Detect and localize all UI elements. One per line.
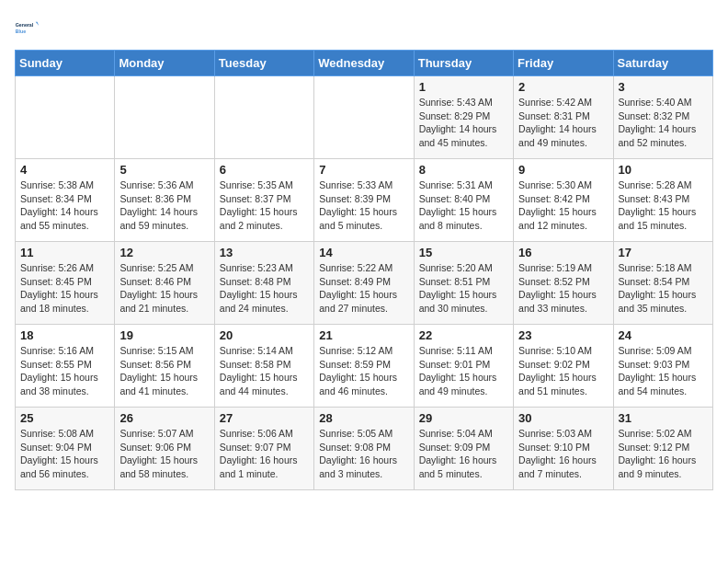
day-info: Sunrise: 5:40 AM Sunset: 8:32 PM Dayligh…	[619, 96, 708, 150]
weekday-header-sunday: Sunday	[16, 51, 115, 76]
day-info: Sunrise: 5:16 AM Sunset: 8:55 PM Dayligh…	[20, 344, 109, 398]
calendar-cell: 22Sunrise: 5:11 AM Sunset: 9:01 PM Dayli…	[414, 325, 513, 408]
calendar-cell: 21Sunrise: 5:12 AM Sunset: 8:59 PM Dayli…	[314, 325, 414, 408]
calendar-cell: 12Sunrise: 5:25 AM Sunset: 8:46 PM Dayli…	[115, 242, 214, 325]
day-info: Sunrise: 5:31 AM Sunset: 8:40 PM Dayligh…	[419, 178, 508, 233]
calendar-cell: 3Sunrise: 5:40 AM Sunset: 8:32 PM Daylig…	[613, 76, 712, 159]
svg-text:Blue: Blue	[16, 29, 26, 34]
day-info: Sunrise: 5:38 AM Sunset: 8:34 PM Dayligh…	[20, 178, 109, 233]
day-number: 27	[220, 411, 309, 425]
weekday-header-friday: Friday	[514, 51, 613, 76]
day-number: 26	[119, 411, 209, 425]
day-info: Sunrise: 5:08 AM Sunset: 9:04 PM Dayligh…	[20, 427, 109, 481]
day-number: 24	[619, 328, 708, 342]
day-number: 17	[619, 246, 708, 259]
calendar-cell: 30Sunrise: 5:03 AM Sunset: 9:10 PM Dayli…	[514, 408, 613, 490]
day-number: 23	[518, 328, 608, 342]
day-number: 6	[220, 163, 309, 177]
day-number: 5	[119, 163, 209, 177]
calendar-cell	[115, 76, 214, 159]
calendar-cell: 17Sunrise: 5:18 AM Sunset: 8:54 PM Dayli…	[613, 242, 712, 325]
weekday-header-tuesday: Tuesday	[214, 51, 313, 76]
day-info: Sunrise: 5:33 AM Sunset: 8:39 PM Dayligh…	[319, 178, 408, 233]
day-info: Sunrise: 5:36 AM Sunset: 8:36 PM Dayligh…	[119, 178, 209, 233]
day-info: Sunrise: 5:25 AM Sunset: 8:46 PM Dayligh…	[119, 261, 209, 316]
day-number: 1	[419, 80, 508, 94]
calendar-cell: 26Sunrise: 5:07 AM Sunset: 9:06 PM Dayli…	[115, 408, 214, 490]
calendar-cell	[214, 76, 313, 159]
day-info: Sunrise: 5:20 AM Sunset: 8:51 PM Dayligh…	[419, 261, 508, 316]
week-row-3: 11Sunrise: 5:26 AM Sunset: 8:45 PM Dayli…	[16, 242, 713, 325]
day-info: Sunrise: 5:06 AM Sunset: 9:07 PM Dayligh…	[220, 427, 309, 481]
weekday-header-monday: Monday	[115, 51, 214, 76]
day-number: 19	[119, 328, 209, 342]
calendar-table: SundayMondayTuesdayWednesdayThursdayFrid…	[15, 50, 713, 490]
calendar-cell: 11Sunrise: 5:26 AM Sunset: 8:45 PM Dayli…	[16, 242, 115, 325]
day-number: 29	[419, 411, 508, 425]
day-info: Sunrise: 5:42 AM Sunset: 8:31 PM Dayligh…	[518, 96, 608, 150]
calendar-cell: 31Sunrise: 5:02 AM Sunset: 9:12 PM Dayli…	[613, 408, 712, 490]
calendar-cell: 10Sunrise: 5:28 AM Sunset: 8:43 PM Dayli…	[613, 159, 712, 242]
week-row-5: 25Sunrise: 5:08 AM Sunset: 9:04 PM Dayli…	[16, 408, 713, 490]
calendar-body: 1Sunrise: 5:43 AM Sunset: 8:29 PM Daylig…	[16, 76, 713, 490]
calendar-cell: 23Sunrise: 5:10 AM Sunset: 9:02 PM Dayli…	[514, 325, 613, 408]
day-number: 25	[20, 411, 109, 425]
day-info: Sunrise: 5:26 AM Sunset: 8:45 PM Dayligh…	[20, 261, 109, 316]
weekday-header-thursday: Thursday	[414, 51, 513, 76]
day-number: 18	[20, 328, 109, 342]
day-info: Sunrise: 5:04 AM Sunset: 9:09 PM Dayligh…	[419, 427, 508, 481]
calendar-cell: 5Sunrise: 5:36 AM Sunset: 8:36 PM Daylig…	[115, 159, 214, 242]
day-number: 11	[20, 246, 109, 259]
calendar-cell: 9Sunrise: 5:30 AM Sunset: 8:42 PM Daylig…	[514, 159, 613, 242]
day-info: Sunrise: 5:22 AM Sunset: 8:49 PM Dayligh…	[319, 261, 408, 316]
calendar-cell	[314, 76, 414, 159]
logo-icon: GeneralBlue	[15, 15, 40, 40]
svg-marker-2	[36, 22, 40, 26]
week-row-4: 18Sunrise: 5:16 AM Sunset: 8:55 PM Dayli…	[16, 325, 713, 408]
day-number: 3	[619, 80, 708, 94]
day-info: Sunrise: 5:10 AM Sunset: 9:02 PM Dayligh…	[518, 344, 608, 398]
day-number: 4	[20, 163, 109, 177]
day-number: 20	[220, 328, 309, 342]
day-number: 21	[319, 328, 408, 342]
day-number: 7	[319, 163, 408, 177]
calendar-cell: 28Sunrise: 5:05 AM Sunset: 9:08 PM Dayli…	[314, 408, 414, 490]
day-number: 15	[419, 246, 508, 259]
day-info: Sunrise: 5:02 AM Sunset: 9:12 PM Dayligh…	[619, 427, 708, 481]
day-info: Sunrise: 5:09 AM Sunset: 9:03 PM Dayligh…	[619, 344, 708, 398]
calendar-cell: 7Sunrise: 5:33 AM Sunset: 8:39 PM Daylig…	[314, 159, 414, 242]
weekday-header-wednesday: Wednesday	[314, 51, 414, 76]
day-number: 30	[518, 411, 608, 425]
day-number: 16	[518, 246, 608, 259]
day-info: Sunrise: 5:03 AM Sunset: 9:10 PM Dayligh…	[518, 427, 608, 481]
day-number: 28	[319, 411, 408, 425]
calendar-cell: 13Sunrise: 5:23 AM Sunset: 8:48 PM Dayli…	[214, 242, 313, 325]
calendar-cell: 27Sunrise: 5:06 AM Sunset: 9:07 PM Dayli…	[214, 408, 313, 490]
calendar-cell: 14Sunrise: 5:22 AM Sunset: 8:49 PM Dayli…	[314, 242, 414, 325]
calendar-cell: 25Sunrise: 5:08 AM Sunset: 9:04 PM Dayli…	[16, 408, 115, 490]
page-header: GeneralBlue	[15, 15, 713, 40]
day-info: Sunrise: 5:11 AM Sunset: 9:01 PM Dayligh…	[419, 344, 508, 398]
day-info: Sunrise: 5:05 AM Sunset: 9:08 PM Dayligh…	[319, 427, 408, 481]
calendar-cell: 29Sunrise: 5:04 AM Sunset: 9:09 PM Dayli…	[414, 408, 513, 490]
day-number: 8	[419, 163, 508, 177]
day-info: Sunrise: 5:15 AM Sunset: 8:56 PM Dayligh…	[119, 344, 209, 398]
weekday-header-row: SundayMondayTuesdayWednesdayThursdayFrid…	[16, 51, 713, 76]
day-info: Sunrise: 5:18 AM Sunset: 8:54 PM Dayligh…	[619, 261, 708, 316]
calendar-cell: 2Sunrise: 5:42 AM Sunset: 8:31 PM Daylig…	[514, 76, 613, 159]
day-number: 13	[220, 246, 309, 259]
week-row-2: 4Sunrise: 5:38 AM Sunset: 8:34 PM Daylig…	[16, 159, 713, 242]
day-info: Sunrise: 5:19 AM Sunset: 8:52 PM Dayligh…	[518, 261, 608, 316]
day-number: 9	[518, 163, 608, 177]
day-info: Sunrise: 5:23 AM Sunset: 8:48 PM Dayligh…	[220, 261, 309, 316]
day-info: Sunrise: 5:43 AM Sunset: 8:29 PM Dayligh…	[419, 96, 508, 150]
day-info: Sunrise: 5:30 AM Sunset: 8:42 PM Dayligh…	[518, 178, 608, 233]
calendar-cell: 18Sunrise: 5:16 AM Sunset: 8:55 PM Dayli…	[16, 325, 115, 408]
day-info: Sunrise: 5:35 AM Sunset: 8:37 PM Dayligh…	[220, 178, 309, 233]
calendar-cell: 6Sunrise: 5:35 AM Sunset: 8:37 PM Daylig…	[214, 159, 313, 242]
day-info: Sunrise: 5:12 AM Sunset: 8:59 PM Dayligh…	[319, 344, 408, 398]
calendar-cell: 16Sunrise: 5:19 AM Sunset: 8:52 PM Dayli…	[514, 242, 613, 325]
calendar-cell: 4Sunrise: 5:38 AM Sunset: 8:34 PM Daylig…	[16, 159, 115, 242]
calendar-cell: 19Sunrise: 5:15 AM Sunset: 8:56 PM Dayli…	[115, 325, 214, 408]
day-info: Sunrise: 5:28 AM Sunset: 8:43 PM Dayligh…	[619, 178, 708, 233]
